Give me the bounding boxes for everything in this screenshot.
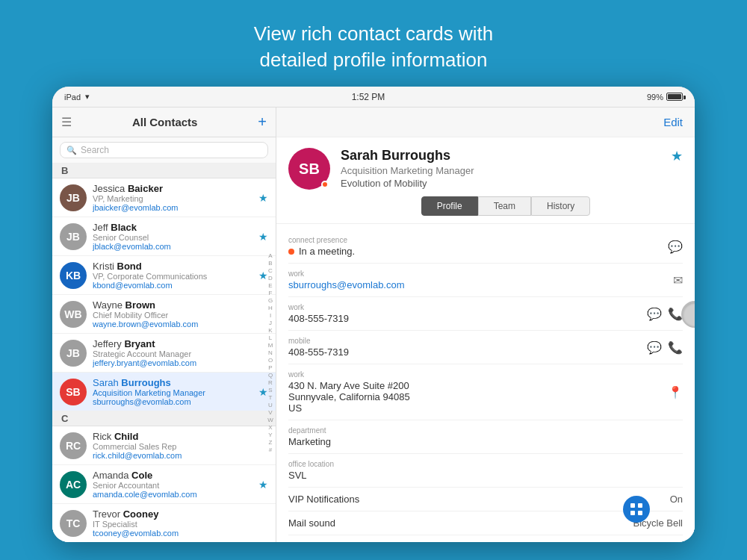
detail-value: Marketing xyxy=(288,436,683,447)
chat-icon[interactable]: 💬 xyxy=(647,307,662,321)
detail-label-value: office location SVL xyxy=(288,460,683,481)
svg-rect-3 xyxy=(638,511,642,515)
detail-row: mobile 408-555-7319 💬 📞 xyxy=(288,331,683,364)
contact-title: Chief Mobility Officer xyxy=(93,311,268,320)
list-item[interactable]: TC Trevor Cooney IT Specialist tcooney@e… xyxy=(52,504,276,542)
list-item[interactable]: JB Jeff Black Senior Counsel jblack@evom… xyxy=(52,217,276,256)
list-item[interactable]: JB Jeffery Bryant Strategic Account Mana… xyxy=(52,334,276,373)
list-item[interactable]: KB Kristi Bond VP, Corporate Communicati… xyxy=(52,256,276,295)
contact-info: Rick Child Commercial Sales Rep rick.chi… xyxy=(93,431,268,460)
contact-name: Kristi Bond xyxy=(93,261,255,272)
tab-team[interactable]: Team xyxy=(478,196,531,216)
contacts-header: ☰ All Contacts + xyxy=(52,108,276,137)
avatar: TC xyxy=(60,510,87,537)
detail-section: connect presence In a meeting. 💬 work xyxy=(276,224,695,541)
profile-star-icon[interactable]: ★ xyxy=(671,148,683,164)
contact-email: sburroughs@evomlab.com xyxy=(93,397,255,406)
list-item[interactable]: WB Wayne Brown Chief Mobility Officer wa… xyxy=(52,295,276,334)
detail-actions: 💬 📞 xyxy=(647,307,683,321)
phone-icon[interactable]: 📞 xyxy=(668,307,683,321)
detail-value: 408-555-7319 xyxy=(288,313,641,324)
avatar: JB xyxy=(60,340,87,367)
contact-title: Senior Counsel xyxy=(93,233,255,242)
contact-email: wayne.brown@evomlab.com xyxy=(93,320,268,329)
add-contact-button[interactable]: + xyxy=(258,113,267,131)
contact-info: Amanda Cole Senior Accountant amanda.col… xyxy=(93,470,255,499)
tab-history[interactable]: History xyxy=(531,196,590,216)
search-input-wrap[interactable]: 🔍 Search xyxy=(60,142,268,158)
detail-label-value: VIP Notifications xyxy=(288,494,664,505)
phone-icon[interactable]: 📞 xyxy=(668,340,683,355)
contacts-list: B JB Jessica Baicker VP, Marketing jbaic… xyxy=(52,164,276,542)
headline: View rich contact cards with detailed pr… xyxy=(239,0,508,87)
profile-tabs: Profile Team History xyxy=(341,196,671,216)
svg-rect-1 xyxy=(638,503,642,508)
profile-name: Sarah Burroughs xyxy=(341,148,671,164)
status-right: 99% xyxy=(647,93,683,102)
detail-actions: 📍 xyxy=(668,385,683,399)
edit-button[interactable]: Edit xyxy=(663,116,683,128)
section-header-c: C xyxy=(52,411,276,426)
tab-profile[interactable]: Profile xyxy=(421,196,478,216)
profile-job-title: Acquisition Marketing Manager xyxy=(341,165,671,176)
list-item[interactable]: JB Jessica Baicker VP, Marketing jbaicke… xyxy=(52,178,276,217)
avatar: JB xyxy=(60,184,87,211)
contact-title: Commercial Sales Rep xyxy=(93,442,268,451)
profile-avatar: SB xyxy=(288,148,330,190)
detail-value: Mail sound xyxy=(288,517,627,529)
detail-row: office location SVL xyxy=(288,454,683,488)
contact-info: Jeff Black Senior Counsel jblack@evomlab… xyxy=(93,222,255,251)
detail-value: 408-555-7319 xyxy=(288,346,641,358)
blackberry-logo[interactable] xyxy=(623,496,650,523)
map-icon[interactable]: 📍 xyxy=(668,385,683,399)
chat-icon[interactable]: 💬 xyxy=(668,240,683,254)
detail-label: department xyxy=(288,426,683,435)
detail-row: department Marketing xyxy=(288,420,683,454)
search-placeholder: Search xyxy=(81,145,109,155)
vip-value: On xyxy=(670,494,683,505)
detail-label: mobile xyxy=(288,337,641,345)
contact-title: VP, Marketing xyxy=(93,194,255,203)
contact-title: Acquisition Marketing Manager xyxy=(93,388,255,397)
contact-info: Jeffery Bryant Strategic Account Manager… xyxy=(93,338,268,367)
list-item[interactable]: RC Rick Child Commercial Sales Rep rick.… xyxy=(52,426,276,465)
detail-actions: 💬 📞 xyxy=(647,340,683,355)
detail-label-value: mobile 408-555-7319 xyxy=(288,337,641,358)
contact-name: Wayne Brown xyxy=(93,299,268,311)
contact-email: tcooney@evomlab.com xyxy=(93,529,268,538)
detail-label: connect presence xyxy=(288,236,662,244)
contacts-title: All Contacts xyxy=(132,116,198,128)
profile-top: SB Sarah Burroughs Acquisition Marketing… xyxy=(276,137,695,224)
contact-email: kbond@evomlab.com xyxy=(93,281,255,290)
svg-rect-0 xyxy=(630,503,635,508)
contact-email: rick.child@evomlab.com xyxy=(93,451,268,460)
avatar: KB xyxy=(60,262,87,289)
status-bar: iPad ▾ 1:52 PM 99% xyxy=(52,87,695,108)
detail-label: work xyxy=(288,270,667,278)
left-panel: ☰ All Contacts + 🔍 Search B JB Jess xyxy=(52,108,276,542)
contact-email: jblack@evomlab.com xyxy=(93,242,255,251)
contact-email: jbaicker@evomlab.com xyxy=(93,203,255,212)
detail-row: work sburroughs@evomlab.com ✉ xyxy=(288,264,683,297)
detail-label-value: work 408-555-7319 xyxy=(288,303,641,324)
detail-actions: 💬 xyxy=(668,240,683,254)
presence-dot xyxy=(321,181,329,188)
chat-icon[interactable]: 💬 xyxy=(647,340,662,355)
contact-name: Jeff Black xyxy=(93,222,255,233)
email-icon[interactable]: ✉ xyxy=(673,273,683,287)
avatar: RC xyxy=(60,432,87,459)
profile-company: Evolution of Mobility xyxy=(341,178,671,189)
detail-row: Mail sound Bicycle Bell xyxy=(288,511,683,535)
alpha-index[interactable]: ABCDE FGHIJ KLMNO PQRST UVWXY Z# xyxy=(265,164,276,542)
list-item[interactable]: SB Sarah Burroughs Acquisition Marketing… xyxy=(52,373,276,411)
detail-row: work 430 N. Mary Ave Suite #200Sunnyvale… xyxy=(288,364,683,420)
status-left: iPad ▾ xyxy=(64,92,90,102)
detail-value: SVL xyxy=(288,470,683,481)
contact-name: Sarah Burroughs xyxy=(93,377,255,388)
contact-name: Jessica Baicker xyxy=(93,183,255,194)
list-item[interactable]: AC Amanda Cole Senior Accountant amanda.… xyxy=(52,465,276,504)
detail-label-value: connect presence In a meeting. xyxy=(288,236,662,257)
menu-icon[interactable]: ☰ xyxy=(61,115,72,129)
battery-percent: 99% xyxy=(647,93,663,102)
battery-icon xyxy=(666,93,683,101)
